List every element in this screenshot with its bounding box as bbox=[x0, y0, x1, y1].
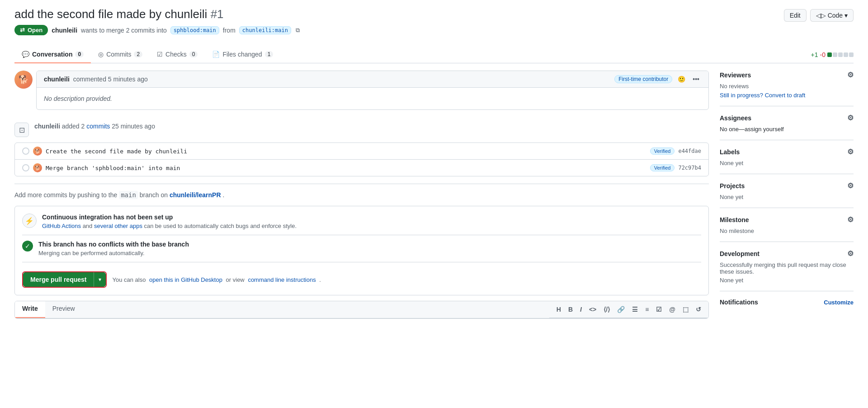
verified-badge-1: Verified bbox=[650, 164, 675, 171]
reviewers-gear[interactable]: ⚙ bbox=[847, 71, 854, 79]
open-desktop-link[interactable]: open this in GitHub Desktop bbox=[149, 276, 222, 283]
sidebar-assignees-header: Assignees ⚙ bbox=[720, 114, 854, 122]
merge-dropdown-button[interactable]: ▾ bbox=[94, 272, 106, 287]
projects-none-text: None yet bbox=[720, 194, 854, 200]
convert-draft-link[interactable]: Still in progress? Convert to draft bbox=[720, 92, 805, 99]
sidebar-reviewers: Reviewers ⚙ No reviews Still in progress… bbox=[720, 71, 854, 106]
sidebar-milestone-header: Milestone ⚙ bbox=[720, 215, 854, 224]
sidebar-projects: Projects ⚙ None yet bbox=[720, 174, 854, 208]
sidebar-labels-header: Labels ⚙ bbox=[720, 147, 854, 156]
editor-tab-write[interactable]: Write bbox=[15, 301, 45, 318]
development-label: Development bbox=[720, 250, 760, 257]
customize-notifications-link[interactable]: Customize bbox=[824, 299, 854, 306]
merge-pull-request-button[interactable]: Merge pull request bbox=[23, 272, 94, 287]
other-apps-link[interactable]: several other apps bbox=[94, 223, 142, 229]
add-commits-text: Add more commits by pushing to the main … bbox=[14, 188, 709, 206]
ordered-list-button[interactable]: ≡ bbox=[643, 305, 651, 314]
header-actions: Edit ◁▷ Code ▾ bbox=[784, 9, 854, 22]
reviewers-label: Reviewers bbox=[720, 71, 751, 79]
timeline-icon: ⊡ bbox=[14, 123, 29, 137]
diff-block-4 bbox=[844, 52, 848, 57]
sidebar-assignees: Assignees ⚙ No one—assign yourself bbox=[720, 106, 854, 140]
merge-action-row: Merge pull request ▾ You can also open t… bbox=[22, 271, 701, 288]
diff-block-2 bbox=[833, 52, 837, 57]
sidebar-labels: Labels ⚙ None yet bbox=[720, 140, 854, 174]
italic-button[interactable]: I bbox=[578, 305, 584, 314]
sidebar-notifications-header: Notifications Customize bbox=[720, 299, 854, 306]
link-button[interactable]: 🔗 bbox=[615, 305, 627, 314]
tab-commits[interactable]: ◎ Commits 2 bbox=[91, 46, 150, 63]
merge-check-item: ✓ This branch has no conflicts with the … bbox=[22, 241, 701, 262]
copy-branch-button[interactable]: ⧉ bbox=[295, 26, 301, 35]
assignees-label: Assignees bbox=[720, 114, 751, 122]
ci-item: ⚡ Continuous integration has not been se… bbox=[22, 213, 701, 235]
development-description: Successfully merging this pull request m… bbox=[720, 261, 854, 275]
edit-button[interactable]: Edit bbox=[784, 9, 807, 22]
merge-check-title: This branch has no conflicts with the ba… bbox=[38, 241, 189, 248]
unordered-list-button[interactable]: ☰ bbox=[630, 305, 640, 314]
merge-check-content: This branch has no conflicts with the ba… bbox=[38, 241, 189, 256]
code-block-button[interactable]: ⟨/⟩ bbox=[602, 305, 612, 314]
merge-button-row: Merge pull request ▾ You can also open t… bbox=[22, 268, 701, 288]
diff-block-3 bbox=[838, 52, 843, 57]
code-button[interactable]: ◁▷ Code ▾ bbox=[810, 9, 854, 22]
diff-deletions: -0 bbox=[820, 51, 826, 58]
diff-stat: +1 -0 bbox=[811, 46, 854, 63]
sidebar-notifications: Notifications Customize bbox=[720, 291, 854, 317]
status-text: Open bbox=[28, 27, 42, 33]
projects-gear[interactable]: ⚙ bbox=[847, 181, 854, 190]
pr-tabs: 💬 Conversation 0 ◎ Commits 2 ☑ Checks 0 … bbox=[14, 46, 854, 63]
editor-toolbar: H B I <> ⟨/⟩ 🔗 ☰ ≡ ☑ @ ⬚ ↺ bbox=[549, 301, 708, 318]
comment-more-button[interactable]: ••• bbox=[691, 75, 701, 84]
comment-body-text: No description provided. bbox=[44, 95, 112, 102]
ci-icon: ⚡ bbox=[22, 213, 37, 228]
assignees-text: No one—assign yourself bbox=[720, 126, 854, 133]
base-branch-tag[interactable]: sphblood:main bbox=[170, 26, 219, 34]
head-branch-tag[interactable]: chunleili:main bbox=[239, 26, 291, 34]
labels-gear[interactable]: ⚙ bbox=[847, 147, 854, 156]
content-area: 🐕 chunleili commented 5 minutes ago Firs… bbox=[14, 71, 709, 319]
bold-button[interactable]: B bbox=[566, 305, 575, 314]
editor-tab-preview[interactable]: Preview bbox=[45, 301, 82, 318]
task-list-button[interactable]: ☑ bbox=[654, 305, 664, 314]
comment-author[interactable]: chunleili bbox=[44, 76, 70, 83]
separator bbox=[14, 184, 709, 184]
cli-link[interactable]: command line instructions bbox=[248, 276, 316, 283]
comment-header-left: chunleili commented 5 minutes ago bbox=[44, 76, 148, 83]
commits-link[interactable]: commits bbox=[86, 123, 110, 130]
development-gear[interactable]: ⚙ bbox=[847, 249, 854, 258]
diff-block-1 bbox=[827, 52, 832, 57]
tab-checks[interactable]: ☑ Checks 0 bbox=[150, 46, 205, 63]
heading-button[interactable]: H bbox=[555, 305, 563, 314]
code-inline-button[interactable]: <> bbox=[587, 305, 598, 314]
ci-description: GitHub Actions and several other apps ca… bbox=[42, 223, 297, 229]
tab-files-changed[interactable]: 📄 Files changed 1 bbox=[205, 46, 280, 63]
integration-section: ⚡ Continuous integration has not been se… bbox=[14, 206, 709, 295]
pr-title: add the second file made by chunleili #1 bbox=[14, 7, 224, 21]
commits-section: 🐕 Create the second file made by chunlei… bbox=[14, 142, 709, 176]
assign-yourself-link[interactable]: No one—assign yourself bbox=[720, 126, 784, 133]
diff-bar bbox=[827, 52, 854, 57]
commit-message-0: Create the second file made by chunleili bbox=[46, 148, 646, 155]
pr-subtitle: ⇄ Open chunleili wants to merge 2 commit… bbox=[14, 25, 854, 35]
comment-box: chunleili commented 5 minutes ago First-… bbox=[36, 71, 709, 110]
commit-dot bbox=[22, 147, 29, 155]
sidebar-milestone: Milestone ⚙ No milestone bbox=[720, 208, 854, 242]
notifications-label: Notifications bbox=[720, 299, 758, 306]
timeline-author: chunleili bbox=[34, 123, 60, 130]
reference-button[interactable]: ⬚ bbox=[681, 305, 690, 314]
milestone-gear[interactable]: ⚙ bbox=[847, 215, 854, 224]
commit-hash-1[interactable]: 72c97b4 bbox=[678, 165, 701, 171]
commit-hash-0[interactable]: e44fdae bbox=[678, 148, 701, 154]
undo-button[interactable]: ↺ bbox=[694, 305, 703, 314]
pr-number: #1 bbox=[211, 7, 224, 21]
sidebar-reviewers-header: Reviewers ⚙ bbox=[720, 71, 854, 79]
emoji-reaction-button[interactable]: 🙂 bbox=[676, 75, 687, 84]
sidebar: Reviewers ⚙ No reviews Still in progress… bbox=[720, 71, 854, 319]
assignees-gear[interactable]: ⚙ bbox=[847, 114, 854, 122]
tab-conversation[interactable]: 💬 Conversation 0 bbox=[14, 46, 91, 63]
github-actions-link[interactable]: GitHub Actions bbox=[42, 223, 81, 229]
comment-header-right: First-time contributor 🙂 ••• bbox=[614, 75, 701, 84]
repo-link[interactable]: chunleili/learnPR bbox=[170, 191, 221, 199]
mention-button[interactable]: @ bbox=[667, 305, 677, 314]
